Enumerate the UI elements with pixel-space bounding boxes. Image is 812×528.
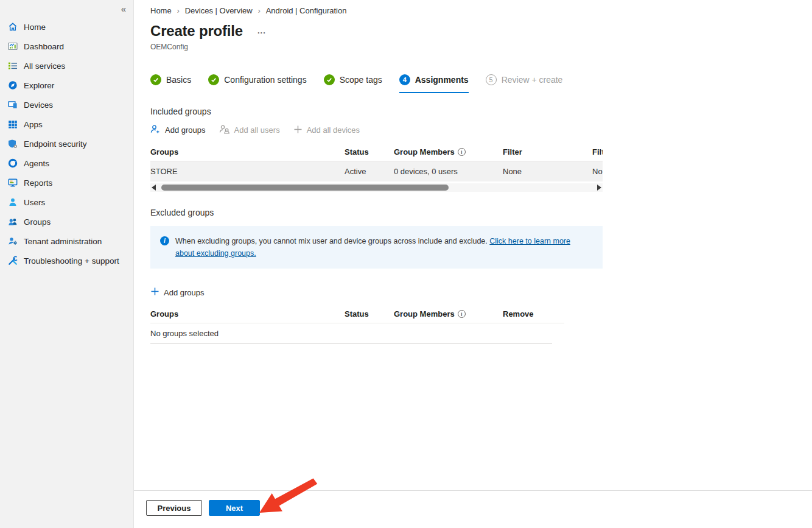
group-name-cell: STORE: [150, 167, 345, 176]
table-row[interactable]: STORE Active 0 devices, 0 users None No: [150, 161, 603, 181]
filter-mode-cell: No: [592, 167, 603, 176]
add-person-icon: [150, 124, 161, 136]
info-icon: [458, 148, 466, 156]
breadcrumb: Home › Devices | Overview › Android | Co…: [150, 6, 812, 15]
group-members-cell: 0 devices, 0 users: [394, 167, 503, 176]
scrollbar-thumb[interactable]: [161, 185, 449, 191]
excluded-groups-heading: Excluded groups: [150, 208, 812, 217]
home-icon: [8, 22, 18, 32]
plus-icon: [293, 125, 303, 136]
endpoint-security-icon: [8, 139, 18, 149]
info-icon: [458, 310, 466, 318]
breadcrumb-home[interactable]: Home: [150, 6, 172, 15]
info-icon: [160, 236, 169, 245]
check-icon: [208, 74, 219, 85]
add-all-users-button[interactable]: Add all users: [219, 124, 280, 136]
people-icon: [219, 124, 230, 136]
filter-cell: None: [503, 167, 592, 176]
check-icon: [150, 74, 161, 85]
breadcrumb-separator: ›: [258, 7, 261, 15]
sidebar: « Home Dashboard All services Explorer D…: [0, 0, 134, 528]
column-groups: Groups: [150, 147, 345, 157]
plus-icon: [150, 287, 159, 298]
step-assignments[interactable]: 4 Assignments: [399, 74, 469, 93]
devices-icon: [8, 100, 18, 110]
step-review-create[interactable]: 5 Review + create: [486, 74, 563, 93]
excluded-groups-table: Groups Status Group Members Remove No gr…: [150, 305, 564, 344]
sidebar-item-all-services[interactable]: All services: [0, 56, 133, 76]
agents-icon: [8, 158, 18, 168]
sidebar-collapse-icon[interactable]: «: [119, 2, 128, 15]
add-groups-button[interactable]: Add groups: [150, 124, 206, 136]
next-button[interactable]: Next: [209, 500, 260, 516]
users-icon: [8, 197, 18, 207]
column-groups: Groups: [150, 309, 345, 319]
table-header-row: Groups Status Group Members Remove: [150, 305, 564, 323]
column-remove: Remove: [503, 309, 564, 319]
breadcrumb-android-configuration[interactable]: Android | Configuration: [266, 6, 347, 15]
scroll-left-icon[interactable]: [152, 185, 156, 191]
column-status: Status: [345, 309, 394, 319]
sidebar-item-users[interactable]: Users: [0, 192, 133, 212]
apps-icon: [8, 119, 18, 129]
wizard-steps: Basics Configuration settings Scope tags…: [150, 74, 812, 93]
horizontal-scrollbar[interactable]: [150, 183, 603, 192]
breadcrumb-separator: ›: [177, 7, 180, 15]
sidebar-item-explorer[interactable]: Explorer: [0, 76, 133, 95]
included-toolbar: Add groups Add all users Add all devices: [150, 124, 812, 136]
explorer-icon: [8, 80, 18, 90]
sidebar-item-dashboard[interactable]: Dashboard: [0, 37, 133, 56]
column-status: Status: [345, 147, 394, 157]
scroll-right-icon[interactable]: [597, 185, 601, 191]
dashboard-icon: [8, 41, 18, 51]
main-content: Home › Devices | Overview › Android | Co…: [134, 0, 812, 528]
all-services-icon: [8, 61, 18, 71]
sidebar-item-troubleshooting[interactable]: Troubleshooting + support: [0, 251, 133, 270]
step-basics[interactable]: Basics: [150, 74, 191, 93]
step-number-badge: 4: [399, 74, 410, 85]
column-filter: Filter: [503, 147, 592, 157]
table-header-row: Groups Status Group Members Filter Filt: [150, 143, 603, 161]
column-filter-mode: Filt: [592, 147, 603, 157]
sidebar-item-devices[interactable]: Devices: [0, 95, 133, 114]
page-subtitle: OEMConfig: [150, 43, 812, 51]
tenant-administration-icon: [8, 236, 18, 246]
breadcrumb-devices-overview[interactable]: Devices | Overview: [185, 6, 253, 15]
empty-table-message: No groups selected: [150, 323, 552, 344]
step-scope-tags[interactable]: Scope tags: [324, 74, 382, 93]
step-number-badge: 5: [486, 74, 497, 85]
banner-text: When excluding groups, you cannot mix us…: [175, 235, 577, 259]
info-banner: When excluding groups, you cannot mix us…: [150, 226, 603, 269]
sidebar-nav: Home Dashboard All services Explorer Dev…: [0, 0, 133, 270]
reports-icon: [8, 178, 18, 188]
check-icon: [324, 74, 335, 85]
sidebar-item-apps[interactable]: Apps: [0, 114, 133, 134]
groups-icon: [8, 217, 18, 227]
page-title: Create profile: [150, 23, 243, 40]
more-options-icon[interactable]: ...: [257, 28, 266, 34]
status-cell: Active: [345, 167, 394, 176]
column-group-members: Group Members: [394, 147, 503, 157]
add-groups-button[interactable]: Add groups: [150, 287, 205, 298]
included-groups-table: Groups Status Group Members Filter Filt …: [150, 143, 603, 192]
included-groups-heading: Included groups: [150, 107, 812, 116]
column-group-members: Group Members: [394, 309, 503, 319]
sidebar-item-endpoint-security[interactable]: Endpoint security: [0, 134, 133, 153]
excluded-toolbar: Add groups: [150, 287, 812, 298]
step-configuration-settings[interactable]: Configuration settings: [208, 74, 306, 93]
sidebar-item-home[interactable]: Home: [0, 17, 133, 37]
add-all-devices-button[interactable]: Add all devices: [293, 125, 360, 136]
sidebar-item-groups[interactable]: Groups: [0, 212, 133, 231]
sidebar-item-reports[interactable]: Reports: [0, 173, 133, 192]
sidebar-item-tenant-administration[interactable]: Tenant administration: [0, 231, 133, 251]
troubleshooting-icon: [8, 256, 18, 266]
wizard-footer: Previous Next: [134, 490, 812, 528]
previous-button[interactable]: Previous: [146, 500, 202, 516]
sidebar-item-agents[interactable]: Agents: [0, 153, 133, 173]
